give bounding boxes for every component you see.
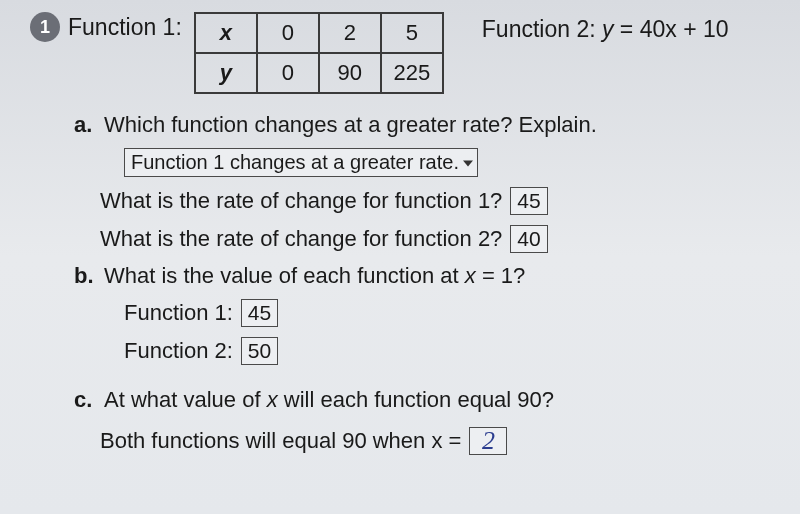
part-b-f1-label: Function 1:	[124, 300, 233, 326]
table-row: x 0 2 5	[195, 13, 443, 53]
table-y-header: y	[195, 53, 257, 93]
part-c-answer-row: Both functions will equal 90 when x = 2	[100, 427, 780, 455]
value-function2-input[interactable]: 50	[241, 337, 278, 365]
function2-equation: Function 2: y = 40x + 10	[482, 12, 729, 43]
part-c-q-text: At what value of x will each function eq…	[104, 387, 554, 413]
question-body: a. Which function changes at a greater r…	[74, 112, 780, 455]
part-a-q2-row: What is the rate of change for function …	[100, 187, 780, 215]
part-a-q3-text: What is the rate of change for function …	[100, 226, 502, 252]
part-b-f2-label: Function 2:	[124, 338, 233, 364]
table-cell: 0	[257, 13, 319, 53]
function1-label: Function 1:	[68, 12, 182, 41]
equal90-x-input[interactable]: 2	[469, 427, 507, 455]
rate-function2-input[interactable]: 40	[510, 225, 547, 253]
part-b-q-text: What is the value of each function at x …	[104, 263, 525, 289]
part-a-q2-text: What is the rate of change for function …	[100, 188, 502, 214]
part-a-question1: a. Which function changes at a greater r…	[74, 112, 780, 138]
table-x-header: x	[195, 13, 257, 53]
part-b-question: b. What is the value of each function at…	[74, 263, 780, 289]
part-a-dropdown-row: Function 1 changes at a greater rate.	[124, 148, 780, 177]
table-cell: 225	[381, 53, 443, 93]
table-cell: 2	[319, 13, 381, 53]
table-row: y 0 90 225	[195, 53, 443, 93]
part-a-q1-text: Which function changes at a greater rate…	[104, 112, 597, 138]
table-cell: 90	[319, 53, 381, 93]
part-b-label: b.	[74, 263, 96, 289]
table-cell: 5	[381, 13, 443, 53]
part-b-f2-row: Function 2: 50	[124, 337, 780, 365]
rate-function1-input[interactable]: 45	[510, 187, 547, 215]
question-number-badge: 1	[30, 12, 60, 42]
part-c-answer-prefix: Both functions will equal 90 when x =	[100, 428, 461, 454]
function1-table: x 0 2 5 y 0 90 225	[194, 12, 444, 94]
table-cell: 0	[257, 53, 319, 93]
rate-comparison-select[interactable]: Function 1 changes at a greater rate.	[124, 148, 478, 177]
part-a-q3-row: What is the rate of change for function …	[100, 225, 780, 253]
value-function1-input[interactable]: 45	[241, 299, 278, 327]
part-c-question: c. At what value of x will each function…	[74, 387, 780, 413]
header-row: 1 Function 1: x 0 2 5 y 0 90 225 Functio…	[30, 12, 780, 94]
part-a-label: a.	[74, 112, 96, 138]
part-b-f1-row: Function 1: 45	[124, 299, 780, 327]
part-c-label: c.	[74, 387, 96, 413]
